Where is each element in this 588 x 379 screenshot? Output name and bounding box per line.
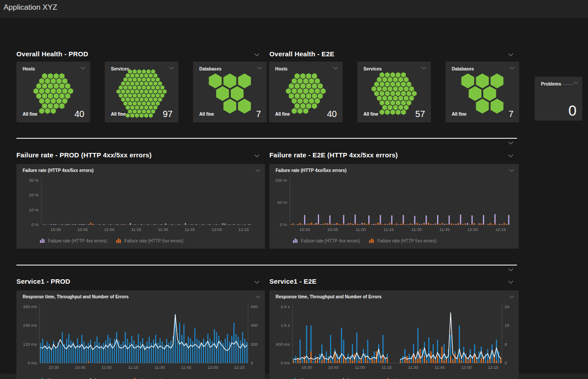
section-header-overall-health-prod: Overall Health - PROD <box>16 50 88 58</box>
status-text: All fine <box>452 112 466 117</box>
chevron-down-icon[interactable] <box>332 66 339 70</box>
legend-label: Failure rate (HTTP 4xx errors) <box>48 238 107 243</box>
svg-text:11:30: 11:30 <box>408 365 418 370</box>
svg-text:10 %: 10 % <box>29 207 39 212</box>
chevron-down-icon[interactable] <box>509 168 515 173</box>
svg-text:12:00: 12:00 <box>212 227 222 232</box>
chevron-down-icon[interactable] <box>508 280 514 285</box>
chart-area[interactable]: 100 %50 %0 %10:3010:4511:0011:1511:3011:… <box>269 164 519 249</box>
tile-title: Databases <box>452 66 474 71</box>
hexagon-grid <box>370 71 418 118</box>
svg-text:0 %: 0 % <box>280 222 288 227</box>
svg-text:10:30: 10:30 <box>48 365 59 370</box>
status-text: All fine <box>363 112 378 117</box>
svg-text:11:30: 11:30 <box>154 365 165 370</box>
section-header-service1-e2e: Service1 - E2E <box>269 277 316 285</box>
svg-text:12:15: 12:15 <box>238 227 249 232</box>
svg-text:0: 0 <box>505 360 507 365</box>
chart-area[interactable]: 30 %20 %10 %0 %10:3010:4511:0011:1511:30… <box>16 164 265 249</box>
chevron-down-icon[interactable] <box>508 268 514 272</box>
chevron-down-icon[interactable] <box>255 168 261 173</box>
legend-label: Failure rate (HTTP 5xx errors) <box>124 238 183 243</box>
svg-text:11:15: 11:15 <box>128 365 138 370</box>
page-title: Application XYZ <box>4 3 57 12</box>
chevron-down-icon[interactable] <box>254 154 260 158</box>
svg-text:10:45: 10:45 <box>75 365 86 370</box>
entity-count: 40 <box>75 109 84 119</box>
legend-label: Failure rate (HTTP 4xx errors) <box>301 238 360 243</box>
svg-text:11:45: 11:45 <box>439 227 450 232</box>
svg-text:12:15: 12:15 <box>488 365 498 370</box>
divider <box>562 84 574 85</box>
health-tile-databases-e2e[interactable]: Databases All fine 7 <box>446 62 519 122</box>
svg-text:11:15: 11:15 <box>383 227 394 232</box>
chevron-down-icon[interactable] <box>508 53 514 57</box>
section-header-service1-prod: Service1 - PROD <box>16 277 70 285</box>
svg-text:10:30: 10:30 <box>301 365 312 370</box>
svg-text:800 ms: 800 ms <box>276 342 290 347</box>
chevron-down-icon[interactable] <box>509 66 515 70</box>
svg-text:1.6 s: 1.6 s <box>280 323 290 328</box>
svg-text:11:00: 11:00 <box>102 365 112 370</box>
chart-area[interactable]: 2.4 s1.6 s800 ms0 ms24168010:3010:4511:0… <box>269 290 519 379</box>
svg-text:10:45: 10:45 <box>328 365 339 370</box>
svg-text:200: 200 <box>251 342 258 347</box>
section-divider <box>16 138 517 139</box>
chart-tile-service1-prod[interactable]: 360 ms240 ms120 ms0 ms600400200010:3010:… <box>16 290 265 379</box>
svg-text:600: 600 <box>251 304 258 309</box>
chevron-down-icon[interactable] <box>508 141 514 145</box>
section-header-failure-e2e: Failure rate - E2E (HTTP 4xx/5xx errors) <box>269 151 398 159</box>
svg-text:20 %: 20 % <box>29 192 39 197</box>
legend-item[interactable]: Failure rate (HTTP 4xx errors) <box>39 238 107 243</box>
chart-title: Response time, Throughput and Number of … <box>23 294 129 299</box>
chart-tile-failure-e2e[interactable]: 100 %50 %0 %10:3010:4511:0011:1511:3011:… <box>269 164 519 249</box>
hexagon-grid <box>206 71 254 117</box>
svg-text:12:00: 12:00 <box>461 365 472 370</box>
health-tile-databases-prod[interactable]: Databases All fine 7 <box>193 62 267 122</box>
chevron-down-icon[interactable] <box>255 295 261 299</box>
svg-text:0 %: 0 % <box>32 222 39 227</box>
dashboard-canvas: Overall Health - PROD Overall Health - E… <box>0 18 588 374</box>
health-tile-hosts-prod[interactable]: Hosts All fine 40 <box>16 62 90 122</box>
chart-tile-failure-prod[interactable]: 30 %20 %10 %0 %10:3010:4511:0011:1511:30… <box>16 164 265 249</box>
health-tile-services-e2e[interactable]: Services All fine 57 <box>357 62 431 122</box>
svg-text:24: 24 <box>505 304 509 309</box>
section-divider <box>16 265 517 266</box>
status-text: All fine <box>111 112 126 117</box>
svg-text:0: 0 <box>251 360 253 365</box>
svg-text:11:45: 11:45 <box>185 227 195 232</box>
chevron-down-icon[interactable] <box>80 66 86 70</box>
health-tile-hosts-e2e[interactable]: Hosts All fine 40 <box>269 62 343 122</box>
chevron-down-icon[interactable] <box>573 81 579 85</box>
svg-text:10:30: 10:30 <box>50 227 61 232</box>
svg-text:11:30: 11:30 <box>411 227 422 232</box>
legend-item[interactable]: Failure rate (HTTP 5xx errors) <box>116 238 183 243</box>
chart-area[interactable]: 360 ms240 ms120 ms0 ms600400200010:3010:… <box>16 290 265 379</box>
chart-tile-service1-e2e[interactable]: 2.4 s1.6 s800 ms0 ms24168010:3010:4511:0… <box>269 290 519 379</box>
svg-text:12:15: 12:15 <box>234 365 245 370</box>
chevron-down-icon[interactable] <box>254 280 260 285</box>
problems-tile[interactable]: Problems 0 <box>535 77 582 121</box>
legend-label: Failure rate (HTTP 5xx errors) <box>377 238 436 243</box>
chevron-down-icon[interactable] <box>421 66 427 70</box>
chevron-down-icon[interactable] <box>254 53 260 57</box>
legend-item[interactable]: Failure rate (HTTP 5xx errors) <box>369 238 436 243</box>
svg-text:2.4 s: 2.4 s <box>280 304 290 309</box>
chevron-down-icon[interactable] <box>257 66 263 70</box>
problems-count: 0 <box>568 102 576 119</box>
legend-item[interactable]: Failure rate (HTTP 4xx errors) <box>292 238 360 243</box>
svg-text:10:45: 10:45 <box>77 227 88 232</box>
hexagon-grid <box>284 72 328 117</box>
status-text: All fine <box>275 112 290 117</box>
entity-count: 7 <box>256 109 261 119</box>
svg-text:8: 8 <box>505 342 507 347</box>
chevron-down-icon[interactable] <box>168 66 174 70</box>
svg-text:30 %: 30 % <box>29 178 39 183</box>
chart-legend: Failure rate (HTTP 4xx errors)Failure ra… <box>39 238 183 243</box>
chevron-down-icon[interactable] <box>508 154 514 158</box>
svg-text:120 ms: 120 ms <box>23 342 37 347</box>
svg-text:11:30: 11:30 <box>158 227 168 232</box>
health-tile-services-prod[interactable]: Services All fine 97 <box>105 62 178 122</box>
entity-count: 7 <box>509 109 513 119</box>
chevron-down-icon[interactable] <box>509 295 515 299</box>
